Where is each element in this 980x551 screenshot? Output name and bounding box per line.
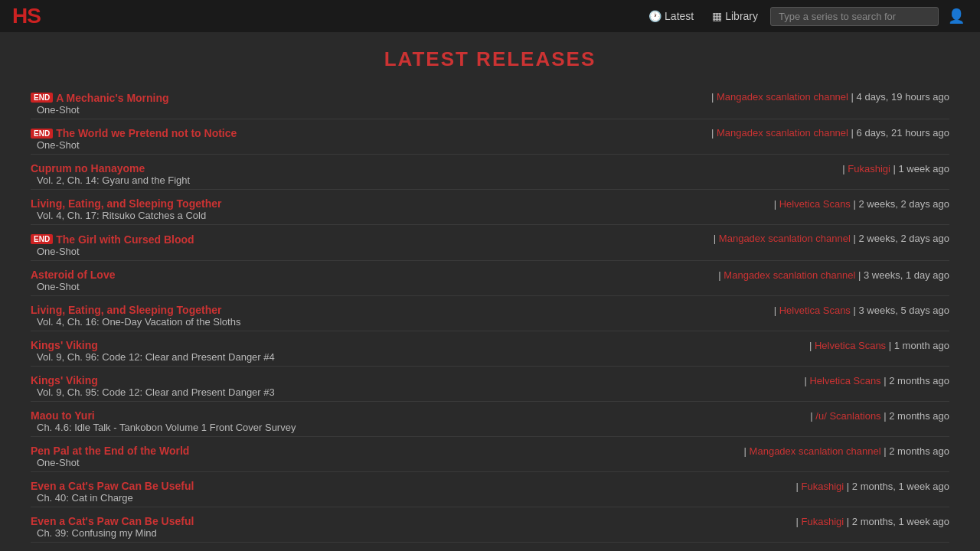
scanlator-link[interactable]: Mangadex scanlation channel — [719, 233, 851, 244]
chapter-info: Ch. 4.6: Idle Talk - Tankobon Volume 1 F… — [31, 422, 296, 433]
site-logo: HS — [12, 4, 41, 28]
chapter-info: Vol. 4, Ch. 17: Ritsuko Catches a Cold — [31, 210, 221, 221]
release-meta: | Mangadex scanlation channel | 4 days, … — [711, 91, 949, 103]
release-meta: | Helvetica Scans | 2 months ago — [804, 375, 949, 386]
scanlator-link[interactable]: Mangadex scanlation channel — [724, 269, 855, 281]
scanlator-link[interactable]: Fukashigi — [802, 516, 844, 527]
release-meta: | Fukashigi | 2 months, 1 week ago — [796, 516, 949, 527]
list-item: Maou to YuriCh. 4.6: Idle Talk - Tankobo… — [31, 408, 949, 442]
series-title[interactable]: Maou to Yuri — [31, 409, 95, 422]
release-meta: | Helvetica Scans | 3 weeks, 5 days ago — [774, 305, 949, 316]
chapter-info: One-Shot — [31, 139, 237, 151]
list-item: ENDThe Girl with Cursed BloodOne-Shot| M… — [31, 231, 949, 266]
clock-icon: 🕐 — [648, 10, 662, 22]
series-title[interactable]: Living, Eating, and Sleeping Together — [31, 197, 221, 210]
list-item: Pen Pal at the End of the WorldOne-Shot|… — [31, 443, 949, 477]
end-badge: END — [31, 129, 53, 139]
list-item: Living, Eating, and Sleeping TogetherVol… — [31, 302, 949, 336]
release-meta: | Helvetica Scans | 2 weeks, 2 days ago — [774, 198, 949, 210]
releases-list: ENDA Mechanic's MorningOne-Shot| Mangade… — [31, 90, 949, 551]
release-meta: | Helvetica Scans | 1 month ago — [809, 340, 949, 351]
series-title[interactable]: Kings' Viking — [31, 339, 98, 351]
list-item: Cuprum no HanayomeVol. 2, Ch. 14: Gyaru … — [31, 161, 949, 194]
scanlator-link[interactable]: Helvetica Scans — [809, 375, 880, 386]
release-meta: | /u/ Scanlations | 2 months ago — [810, 410, 949, 422]
list-item: Kings' VikingVol. 9, Ch. 95: Code 12: Cl… — [31, 373, 949, 406]
user-icon[interactable]: 👤 — [945, 5, 968, 28]
chapter-info: Ch. 40: Cat in Charge — [31, 492, 194, 504]
list-item: ENDThe World we Pretend not to NoticeOne… — [31, 126, 949, 160]
series-title[interactable]: A Mechanic's Morning — [56, 92, 169, 104]
series-title[interactable]: Cuprum no Hanayome — [31, 162, 145, 174]
search-input[interactable] — [770, 7, 939, 26]
list-item: ENDA Mechanic's MorningOne-Shot| Mangade… — [31, 90, 949, 124]
scanlator-link[interactable]: Mangadex scanlation channel — [717, 91, 848, 103]
nav-links: 🕐 Latest ▦ Library 👤 — [642, 5, 968, 28]
release-meta: | Mangadex scanlation channel | 2 weeks,… — [714, 233, 949, 244]
series-title[interactable]: Pen Pal at the End of the World — [31, 445, 189, 457]
chapter-info: One-Shot — [31, 246, 194, 257]
series-title[interactable]: Living, Eating, and Sleeping Together — [31, 304, 221, 316]
nav-latest-label: Latest — [665, 10, 694, 22]
end-badge: END — [31, 234, 53, 244]
logo-h: H — [12, 4, 27, 28]
site-header: HS 🕐 Latest ▦ Library 👤 — [0, 0, 980, 32]
chapter-info: One-Shot — [31, 104, 169, 116]
chapter-info: Ch. 39: Confusing my Mind — [31, 527, 194, 539]
release-meta: | Mangadex scanlation channel | 2 months… — [744, 445, 949, 457]
series-title[interactable]: Even a Cat's Paw Can Be Useful — [31, 515, 194, 527]
series-title[interactable]: The Girl with Cursed Blood — [56, 233, 194, 246]
release-meta: | Fukashigi | 2 months, 1 week ago — [796, 481, 949, 492]
scanlator-link[interactable]: Helvetica Scans — [815, 340, 886, 351]
scanlator-link[interactable]: Fukashigi — [802, 481, 844, 492]
list-item: Even a Cat's Paw Can Be UsefulCh. 40: Ca… — [31, 478, 949, 512]
scanlator-link[interactable]: /u/ Scanlations — [815, 410, 880, 422]
list-item: Asteroid of LoveOne-Shot| Mangadex scanl… — [31, 267, 949, 301]
main-content: LATEST RELEASES ENDA Mechanic's MorningO… — [0, 32, 980, 551]
scanlator-link[interactable]: Mangadex scanlation channel — [750, 445, 881, 457]
nav-latest-link[interactable]: 🕐 Latest — [642, 7, 700, 25]
chapter-info: Vol. 2, Ch. 14: Gyaru and the Fight — [31, 174, 190, 186]
list-item: Even a Cat's Paw Can Be UsefulCh. 39: Co… — [31, 514, 949, 547]
list-item: Kings' VikingVol. 9, Ch. 96: Code 12: Cl… — [31, 337, 949, 371]
series-title[interactable]: Even a Cat's Paw Can Be Useful — [31, 480, 194, 492]
chapter-info: Vol. 9, Ch. 96: Code 12: Clear and Prese… — [31, 351, 275, 363]
scanlator-link[interactable]: Mangadex scanlation channel — [717, 127, 848, 139]
series-title[interactable]: Kings' Viking — [31, 374, 98, 386]
chapter-info: Vol. 4, Ch. 16: One-Day Vacation of the … — [31, 316, 240, 328]
list-item: Even a Cat's Paw Can Be UsefulCh. 38: Al… — [31, 549, 949, 552]
scanlator-link[interactable]: Helvetica Scans — [779, 198, 851, 210]
nav-library-link[interactable]: ▦ Library — [706, 7, 764, 25]
series-title[interactable]: Asteroid of Love — [31, 269, 115, 281]
nav-library-label: Library — [725, 10, 758, 22]
series-title[interactable]: The World we Pretend not to Notice — [56, 127, 237, 139]
logo-s: S — [27, 4, 41, 28]
release-meta: | Mangadex scanlation channel | 6 days, … — [711, 127, 949, 139]
scanlator-link[interactable]: Fukashigi — [848, 163, 890, 174]
scanlator-link[interactable]: Helvetica Scans — [779, 305, 851, 316]
chapter-info: Vol. 9, Ch. 95: Code 12: Clear and Prese… — [31, 386, 275, 398]
list-item: Living, Eating, and Sleeping TogetherVol… — [31, 196, 949, 230]
release-meta: | Mangadex scanlation channel | 3 weeks,… — [718, 269, 949, 281]
chapter-info: One-Shot — [31, 281, 115, 292]
end-badge: END — [31, 93, 53, 103]
library-icon: ▦ — [712, 10, 722, 22]
page-title: LATEST RELEASES — [31, 47, 949, 71]
chapter-info: One-Shot — [31, 457, 189, 468]
release-meta: | Fukashigi | 1 week ago — [842, 163, 949, 174]
